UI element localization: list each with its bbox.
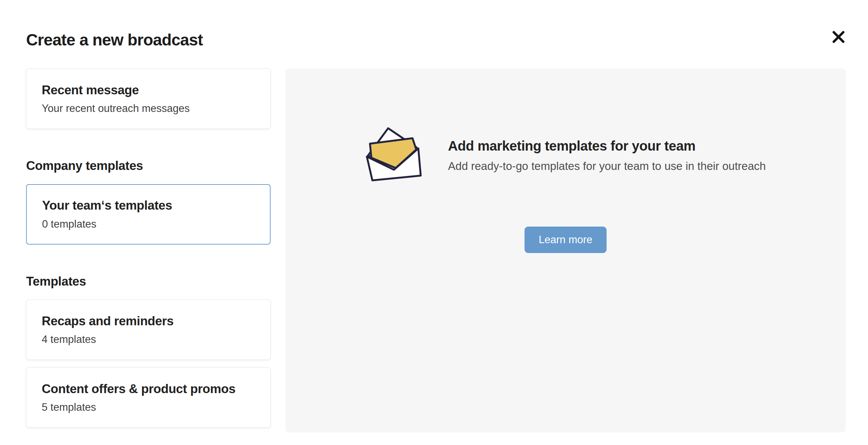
- page-title: Create a new broadcast: [26, 31, 203, 49]
- card-subtitle: 5 templates: [42, 402, 260, 413]
- close-icon: [831, 29, 846, 45]
- marketing-templates-panel: Add marketing templates for your team Ad…: [285, 69, 846, 432]
- recaps-and-reminders-card[interactable]: Recaps and reminders 4 templates: [26, 299, 271, 360]
- your-teams-templates-card[interactable]: Your team‘s templates 0 templates: [26, 184, 271, 245]
- card-subtitle: 0 templates: [42, 218, 260, 230]
- learn-more-button[interactable]: Learn more: [525, 227, 607, 253]
- panel-heading: Add marketing templates for your team: [448, 138, 766, 154]
- panel-hero-text: Add marketing templates for your team Ad…: [448, 138, 766, 173]
- card-subtitle: Your recent outreach messages: [42, 103, 260, 114]
- panel-subheading: Add ready-to-go templates for your team …: [448, 159, 766, 173]
- close-button[interactable]: [830, 28, 847, 45]
- template-source-list: Recent message Your recent outreach mess…: [26, 69, 271, 428]
- section-heading-templates: Templates: [26, 274, 271, 289]
- open-envelope-icon: [365, 126, 426, 185]
- section-heading-company-templates: Company templates: [26, 159, 271, 173]
- recent-message-card[interactable]: Recent message Your recent outreach mess…: [26, 69, 271, 129]
- panel-hero: Add marketing templates for your team Ad…: [365, 126, 766, 185]
- card-title: Recent message: [42, 83, 260, 98]
- card-title: Content offers & product promos: [42, 382, 260, 396]
- content-offers-product-promos-card[interactable]: Content offers & product promos 5 templa…: [26, 367, 271, 428]
- card-title: Recaps and reminders: [42, 314, 260, 329]
- card-subtitle: 4 templates: [42, 334, 260, 345]
- create-broadcast-modal: Create a new broadcast Recent message Yo…: [0, 0, 868, 445]
- card-title: Your team‘s templates: [42, 198, 260, 213]
